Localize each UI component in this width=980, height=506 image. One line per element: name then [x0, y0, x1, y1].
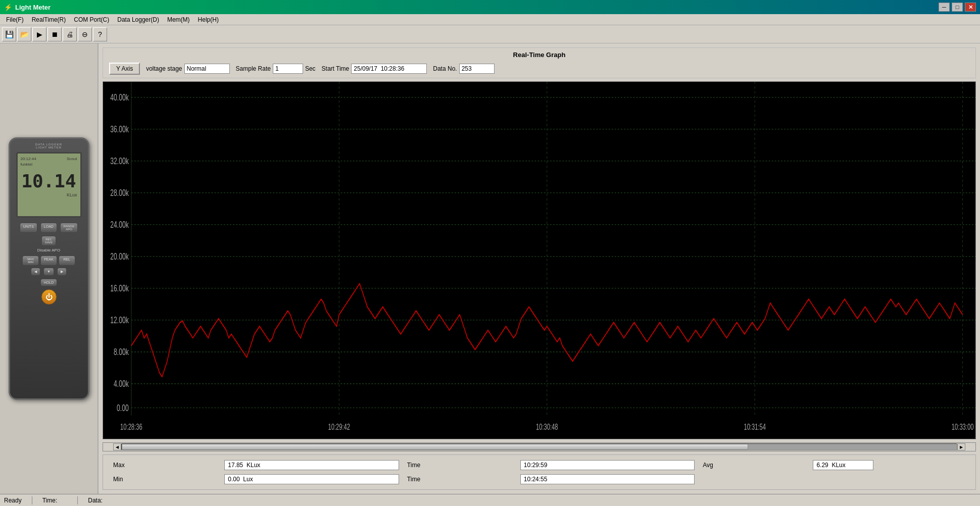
- start-time-input[interactable]: [351, 64, 427, 74]
- close-button[interactable]: ✕: [965, 3, 976, 12]
- avg-label: Avg: [703, 462, 805, 469]
- status-data-label: Data:: [88, 497, 103, 504]
- svg-text:12.00k: 12.00k: [110, 315, 129, 325]
- toolbar-stop[interactable]: ⏹: [47, 27, 62, 41]
- sample-rate-input[interactable]: [273, 64, 303, 74]
- menu-realtime[interactable]: RealTime(R): [28, 15, 70, 24]
- svg-text:10:28:36: 10:28:36: [120, 422, 142, 431]
- svg-text:36.00k: 36.00k: [110, 124, 129, 134]
- minimize-button[interactable]: ─: [939, 3, 950, 12]
- device-nav-row2: ◀ ▼ ▶: [31, 268, 67, 276]
- device-sublabel: funktel: [21, 162, 77, 167]
- svg-text:24.00k: 24.00k: [110, 219, 129, 229]
- voltage-stage-field: voltage stage: [146, 64, 229, 74]
- avg-value-input[interactable]: [813, 460, 873, 470]
- toolbar-minus[interactable]: ⊖: [78, 27, 92, 41]
- min-time-label: Time: [407, 476, 512, 483]
- status-bar: Ready Time: Data:: [0, 494, 980, 506]
- device-mode: Scout: [67, 157, 77, 161]
- device-apo-label: Disable APO: [37, 248, 60, 252]
- svg-text:32.00k: 32.00k: [110, 156, 129, 166]
- voltage-stage-input[interactable]: [184, 64, 230, 74]
- device-btn-maxmin[interactable]: MAXMIN: [22, 256, 39, 266]
- scroll-track[interactable]: [121, 443, 957, 450]
- menu-file[interactable]: File(F): [2, 15, 28, 24]
- scroll-right-arrow[interactable]: ▶: [957, 443, 965, 450]
- device-btn-load[interactable]: LOAD: [40, 223, 57, 233]
- status-ready: Ready: [4, 497, 22, 504]
- data-no-field: Data No.: [433, 64, 494, 74]
- svg-text:10:31:54: 10:31:54: [744, 422, 766, 431]
- toolbar: 💾 📂 ▶ ⏹ 🖨 ⊖ ?: [0, 25, 980, 43]
- svg-text:16.00k: 16.00k: [110, 283, 129, 293]
- device-rec-area: RECSAVE: [41, 236, 57, 246]
- device-panel: DATA LOGGER LIGHT METER 20:12:44 Scout f…: [0, 43, 99, 494]
- device-btn-units[interactable]: UNITS: [20, 223, 37, 233]
- menu-mem[interactable]: Mem(M): [163, 15, 194, 24]
- status-divider-2: [77, 496, 78, 504]
- right-panel: Real-Time Graph Y Axis voltage stage Sam…: [99, 43, 980, 494]
- device-buttons-top: UNITS LOAD RANGEAPO: [20, 223, 78, 233]
- graph-title: Real-Time Graph: [109, 51, 969, 59]
- toolbar-play[interactable]: ▶: [32, 27, 46, 41]
- svg-text:8.00k: 8.00k: [114, 346, 129, 357]
- svg-text:20.00k: 20.00k: [110, 251, 129, 261]
- voltage-stage-label: voltage stage: [146, 65, 182, 72]
- scroll-left-arrow[interactable]: ◀: [113, 443, 121, 450]
- device-top-label: DATA LOGGER LIGHT METER: [35, 143, 62, 149]
- status-divider-1: [32, 496, 32, 504]
- svg-text:10:30:48: 10:30:48: [536, 422, 558, 431]
- menu-help[interactable]: Help(H): [194, 15, 223, 24]
- status-time-label: Time:: [42, 497, 58, 504]
- device-btn-nav-down[interactable]: ▼: [43, 268, 54, 276]
- toolbar-save[interactable]: 💾: [2, 27, 16, 41]
- device-btn-peak[interactable]: PEAK: [40, 256, 57, 266]
- device-time: 20:12:44: [21, 157, 36, 161]
- device-btn-nav-right[interactable]: ▶: [57, 268, 67, 276]
- min-value-input[interactable]: [224, 474, 399, 484]
- device-hold-area: HOLD: [40, 279, 57, 286]
- min-time-input[interactable]: [520, 474, 695, 484]
- app-icon: ⚡: [4, 4, 12, 11]
- scrollbar-container: ◀ ▶: [103, 442, 976, 451]
- device-btn-rel[interactable]: REL: [59, 256, 75, 266]
- max-value-input[interactable]: [224, 460, 399, 470]
- scroll-thumb[interactable]: [122, 444, 748, 450]
- svg-rect-0: [103, 82, 975, 439]
- device-power-button[interactable]: ⏻: [41, 289, 57, 305]
- toolbar-print[interactable]: 🖨: [63, 27, 77, 41]
- main-layout: DATA LOGGER LIGHT METER 20:12:44 Scout f…: [0, 43, 980, 494]
- max-label: Max: [113, 462, 216, 469]
- toolbar-open[interactable]: 📂: [17, 27, 31, 41]
- max-time-label: Time: [407, 462, 512, 469]
- svg-text:10:33:00: 10:33:00: [952, 422, 974, 431]
- device-unit: KLux: [21, 192, 77, 197]
- svg-text:28.00k: 28.00k: [110, 187, 129, 197]
- sample-rate-unit: Sec: [305, 65, 316, 72]
- start-time-field: Start Time: [322, 64, 427, 74]
- start-time-label: Start Time: [322, 65, 350, 72]
- menu-bar: File(F) RealTime(R) COM Port(C) Data Log…: [0, 14, 980, 25]
- device-nav-buttons: MAXMIN PEAK REL: [22, 256, 75, 266]
- y-axis-button[interactable]: Y Axis: [109, 63, 140, 75]
- toolbar-help[interactable]: ?: [93, 27, 107, 41]
- menu-datalogger[interactable]: Data Logger(D): [113, 15, 163, 24]
- title-bar-left: ⚡ Light Meter: [4, 4, 51, 11]
- device-screen: 20:12:44 Scout funktel 10.14 KLux: [16, 152, 82, 218]
- device-btn-hold[interactable]: HOLD: [40, 279, 57, 286]
- sample-rate-label: Sample Rate: [236, 65, 271, 72]
- device-btn-range[interactable]: RANGEAPO: [60, 223, 78, 233]
- device-btn-nav-left[interactable]: ◀: [31, 268, 40, 276]
- window-title: Light Meter: [15, 4, 51, 11]
- data-no-input[interactable]: [459, 64, 495, 74]
- max-time-input[interactable]: [520, 460, 695, 470]
- title-bar: ⚡ Light Meter ─ □ ✕: [0, 0, 980, 14]
- power-icon: ⏻: [45, 293, 53, 301]
- light-meter-device: DATA LOGGER LIGHT METER 20:12:44 Scout f…: [9, 137, 89, 400]
- device-btn-rec[interactable]: RECSAVE: [41, 236, 57, 246]
- device-value: 10.14: [21, 171, 77, 191]
- min-label: Min: [113, 476, 216, 483]
- maximize-button[interactable]: □: [952, 3, 963, 12]
- menu-comport[interactable]: COM Port(C): [70, 15, 113, 24]
- svg-text:40.00k: 40.00k: [110, 92, 129, 102]
